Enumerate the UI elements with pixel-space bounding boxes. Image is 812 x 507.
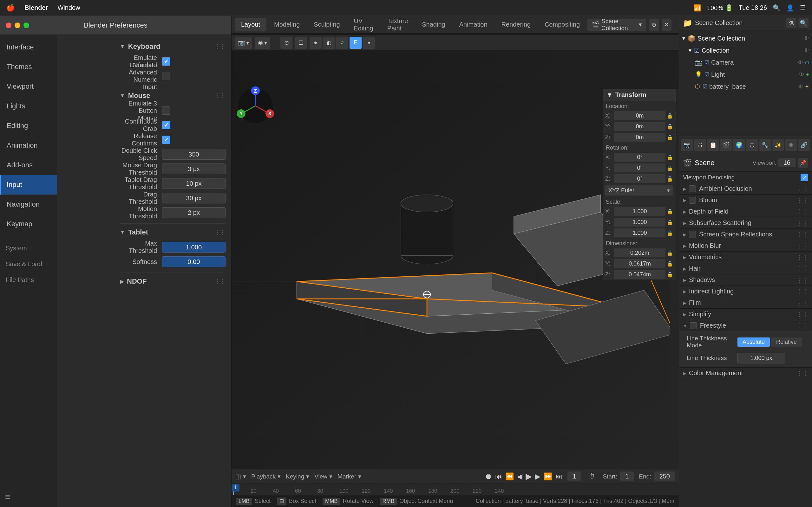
dim-x-field[interactable]: 0.202m [614,248,665,257]
marker-menu[interactable]: Marker ▾ [338,473,361,480]
nav-item-viewport[interactable]: Viewport [0,77,57,96]
nav-item-interface[interactable]: Interface [0,38,57,57]
freestyle-checkbox[interactable] [690,322,697,329]
default-advanced-checkbox[interactable] [162,72,170,80]
keyboard-section-menu[interactable]: ⋮⋮ [214,43,225,50]
keying-menu[interactable]: Keying ▾ [286,473,309,480]
loc-x-field[interactable]: 0m [614,111,665,120]
simplify-dots-icon[interactable]: ⋮⋮ [797,311,808,318]
tab-shading[interactable]: Shading [415,18,451,32]
nav-item-animation[interactable]: Animation [0,135,57,155]
user-icon[interactable]: 👤 [786,4,794,12]
play-btn[interactable]: ▶ [525,471,532,481]
depth-of-field-header[interactable]: ▶ Depth of Field ⋮⋮ [679,206,812,217]
current-frame-display[interactable]: 1 [567,471,581,481]
tablet-drag-field[interactable]: 10 px [162,178,225,189]
sss-header[interactable]: ▶ Subsurface Scattering ⋮⋮ [679,217,812,228]
rotation-mode-select[interactable]: XYZ Euler ▾ [605,185,673,195]
outliner-battery-base[interactable]: ⬡ ☑ battery_base 👁 ✦ [679,80,812,93]
scene-3d[interactable]: Z Y X Item Tool View ▼ Transform [232,51,679,469]
scene-selector[interactable]: 🎬 Scene Collection ▾ [588,19,647,31]
xray-btn[interactable]: ☐ [295,37,307,49]
visibility-icon-bb[interactable]: 👁 [798,83,803,90]
scale-x-lock-icon[interactable]: 🔒 [667,209,673,215]
scene-props-btn[interactable]: 🎬 [720,139,732,151]
tab-uv-editing[interactable]: UV Editing [348,18,380,32]
vd-checkbox[interactable]: ✓ [801,174,808,181]
nav-item-editing[interactable]: Editing [0,116,57,135]
physics-props-btn[interactable]: ⚛ [785,139,797,151]
menu-icon[interactable]: ≡ [5,492,10,502]
bloom-dots-icon[interactable]: ⋮⋮ [797,197,808,204]
scene-props-pin[interactable]: 📌 [798,158,808,168]
emulate-3btn-checkbox[interactable] [162,107,170,115]
close-button[interactable] [6,22,11,28]
solid-shading-btn[interactable]: ● [310,37,322,49]
jump-end-btn[interactable]: ⏭ [555,472,562,481]
double-click-field[interactable]: 350 [162,149,225,160]
object-props-btn[interactable]: ⬡ [746,139,758,151]
ltm-relative-btn[interactable]: Relative [771,337,802,347]
nav-item-navigation[interactable]: Navigation [0,194,57,214]
control-strip-icon[interactable]: ☰ [800,4,806,12]
cm-dots-icon[interactable]: ⋮⋮ [797,370,808,377]
release-confirms-checkbox[interactable]: ✓ [162,135,170,144]
ltm-absolute-btn[interactable]: Absolute [738,337,770,347]
line-thickness-field[interactable]: 1.000 px [738,353,785,363]
loc-y-field[interactable]: 0m [614,122,665,131]
scale-y-lock-icon[interactable]: 🔒 [667,219,673,225]
mb-dots-icon[interactable]: ⋮⋮ [797,242,808,249]
next-keyframe-btn[interactable]: ▶ [535,472,541,481]
render-props-btn[interactable]: 📷 [681,139,693,151]
tab-modeling[interactable]: Modeling [268,18,306,32]
loc-x-lock-icon[interactable]: 🔒 [667,113,673,119]
frame-selector-icon[interactable]: ◫ ▾ [235,473,246,480]
viewport-shading-btn[interactable]: ◉ ▾ [255,37,270,49]
dim-y-field[interactable]: 0.0617m [614,259,665,268]
ssr-checkbox[interactable] [689,231,696,238]
tablet-section-header[interactable]: ▼ Tablet ⋮⋮ [120,228,225,236]
outliner-camera[interactable]: 📷 ☑ Camera 👁 ⊙ [679,56,812,68]
mouse-drag-field[interactable]: 3 px [162,164,225,174]
ao-checkbox[interactable] [689,185,696,192]
output-props-btn[interactable]: 🖨 [694,139,706,151]
nav-item-themes[interactable]: Themes [0,57,57,77]
max-threshold-field[interactable]: 1.000 [162,242,225,252]
vol-header[interactable]: ▶ Volumetrics ⋮⋮ [679,251,812,263]
shadows-dots-icon[interactable]: ⋮⋮ [797,277,808,284]
visibility-icon-c[interactable]: 👁 [803,47,809,54]
ambient-occlusion-header[interactable]: ▶ Ambient Occlusion ⋮⋮ [679,183,812,194]
dim-x-lock-icon[interactable]: 🔒 [667,250,673,256]
nav-item-system[interactable]: System [0,240,57,256]
view-menu[interactable]: View ▾ [314,473,333,480]
constraints-props-btn[interactable]: 🔗 [798,139,810,151]
motion-field[interactable]: 2 px [162,207,225,218]
nav-item-filepaths[interactable]: File Paths [0,272,57,288]
rendered-shading-btn[interactable]: ○ [336,37,348,49]
freestyle-dots-icon[interactable]: ⋮⋮ [797,322,808,329]
modifier-props-btn[interactable]: 🔧 [759,139,771,151]
mouse-section-header[interactable]: ▼ Mouse ⋮⋮ [120,92,225,100]
outliner-filter-btn[interactable]: ⚗ [786,18,797,28]
rot-x-lock-icon[interactable]: 🔒 [667,154,673,160]
tab-layout[interactable]: Layout [235,18,266,32]
maximize-button[interactable] [23,22,29,28]
mb-header[interactable]: ▶ Motion Blur ⋮⋮ [679,240,812,251]
viewport-mode-btn[interactable]: 📷 ▾ [235,37,252,49]
ndof-section-menu[interactable]: ⋮⋮ [214,278,225,285]
freestyle-header[interactable]: ▼ Freestyle ⋮⋮ [679,320,812,331]
particles-props-btn[interactable]: ✨ [772,139,784,151]
dim-y-lock-icon[interactable]: 🔒 [667,261,673,267]
viewport-samples-value[interactable]: 16 [778,158,796,167]
delete-scene-btn[interactable]: ✕ [662,19,672,31]
dim-z-lock-icon[interactable]: 🔒 [667,272,673,278]
sss-dots-icon[interactable]: ⋮⋮ [797,220,808,227]
visibility-icon-sc[interactable]: 👁 [803,35,809,42]
view-layer-props-btn[interactable]: 📋 [707,139,719,151]
start-frame-field[interactable]: 1 [620,471,634,481]
film-dots-icon[interactable]: ⋮⋮ [797,299,808,306]
shadows-header[interactable]: ▶ Shadows ⋮⋮ [679,274,812,285]
softness-field[interactable]: 0.00 [162,257,225,267]
search-icon[interactable]: 🔍 [773,4,780,12]
tab-animation[interactable]: Animation [453,18,494,32]
